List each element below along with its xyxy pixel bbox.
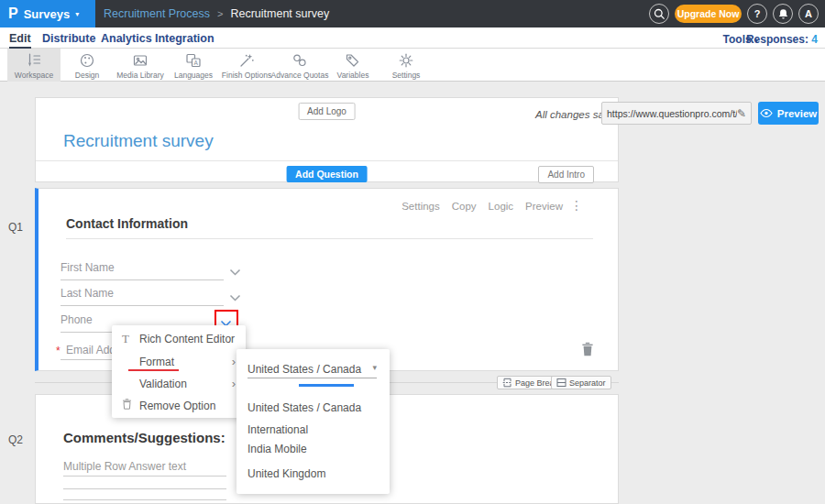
menu-item-rich-content-editor[interactable]: T Rich Content Editor (112, 327, 246, 350)
workspace-icon (25, 51, 43, 70)
responses-count: 4 (811, 33, 818, 46)
section-tabs: Edit Distribute Analytics Integration To… (0, 27, 825, 49)
question1-title[interactable]: Contact Information (66, 216, 188, 231)
row-options-button[interactable] (229, 264, 241, 280)
avatar: A (805, 8, 812, 19)
translate-icon: A (184, 51, 203, 70)
submenu-arrow-icon: › (232, 357, 236, 367)
breadcrumb-separator: > (217, 8, 223, 19)
toolbar-items: Workspace Design Media Library A (7, 49, 433, 82)
magic-wand-icon (237, 51, 256, 70)
search-icon (654, 8, 666, 20)
toolbar-item-settings[interactable]: Settings (380, 49, 433, 82)
breadcrumb-parent-link[interactable]: Recruitment Process (104, 7, 210, 20)
toolbar-item-languages[interactable]: A Languages (167, 49, 220, 82)
row-options-button[interactable] (229, 290, 241, 306)
format-option-us-canada[interactable]: United States / Canada (248, 401, 361, 414)
format-option-india-mobile[interactable]: India Mobile (248, 443, 307, 455)
delete-question-button[interactable] (581, 342, 594, 360)
multirow-answer-placeholder: Multiple Row Answer text (63, 460, 186, 473)
tab-integration[interactable]: Integration (155, 32, 214, 47)
add-question-button[interactable]: Add Question (286, 166, 368, 182)
question1-number: Q1 (8, 221, 23, 234)
account-button[interactable]: A (798, 4, 819, 24)
tag-icon (344, 51, 362, 70)
toolbar-item-design[interactable]: Design (60, 49, 114, 82)
tab-analytics[interactable]: Analytics (101, 32, 152, 47)
answer-line[interactable] (63, 488, 226, 489)
breadcrumb-current: Recruitment survey (230, 7, 329, 20)
format-select[interactable]: United States / Canada ▾ (248, 360, 377, 378)
toolbar-item-workspace[interactable]: Workspace (7, 49, 60, 82)
caret-down-icon: ▾ (75, 10, 79, 18)
responses-link[interactable]: Responses: 4 (746, 33, 818, 46)
search-button[interactable] (649, 4, 669, 24)
gear-icon (397, 51, 415, 70)
add-intro-button[interactable]: Add Intro (538, 166, 594, 183)
toolbar-item-finish-options[interactable]: Finish Options (220, 49, 273, 82)
upgrade-now-button[interactable]: Upgrade Now (675, 5, 742, 23)
edit-url-icon[interactable]: ✎ (737, 107, 746, 120)
divider (248, 378, 377, 378)
required-marker: * (56, 345, 60, 357)
palette-icon (78, 51, 96, 70)
help-button[interactable]: ? (747, 4, 767, 24)
survey-title[interactable]: Recruitment survey (63, 131, 214, 151)
format-option-united-kingdom[interactable]: United Kingdom (248, 467, 325, 480)
survey-url-input[interactable] (607, 108, 737, 119)
survey-url-field[interactable]: ✎ (601, 102, 752, 125)
separator-button[interactable]: Separator (551, 376, 611, 389)
answer-line[interactable] (63, 499, 226, 500)
notifications-button[interactable] (773, 4, 793, 24)
question1-actions: Settings Copy Logic Preview (402, 201, 563, 212)
menu-item-remove-option[interactable]: Remove Option (112, 394, 246, 417)
breadcrumb: Recruitment Process > Recruitment survey (104, 0, 329, 27)
answer-line[interactable] (60, 279, 224, 280)
top-bar: P Surveys ▾ Recruitment Process > Recrui… (0, 0, 825, 27)
menu-item-validation[interactable]: Validation › (112, 372, 246, 395)
question-preview-link[interactable]: Preview (525, 201, 563, 212)
highlight-red-underline (128, 369, 179, 371)
divider (36, 160, 618, 161)
question-settings-link[interactable]: Settings (402, 201, 440, 212)
tab-edit[interactable]: Edit (9, 32, 31, 49)
question-logic-link[interactable]: Logic (489, 201, 514, 212)
toolbar-item-advance-quotas[interactable]: Advance Quotas (273, 49, 326, 82)
product-menu-label: Surveys (24, 7, 71, 21)
add-logo-button[interactable]: Add Logo (298, 103, 356, 120)
tab-distribute[interactable]: Distribute (42, 32, 95, 47)
toolbar-item-media-library[interactable]: Media Library (114, 49, 167, 82)
preview-button[interactable]: Preview (758, 102, 819, 125)
survey-header-card: Add Logo Recruitment survey Add Question… (35, 97, 619, 182)
eye-icon (760, 108, 773, 118)
question2-title[interactable]: Comments/Suggestions: (63, 430, 226, 445)
toolbar-item-variables[interactable]: Variables (326, 49, 380, 82)
question2-number: Q2 (8, 433, 23, 446)
product-menu[interactable]: P Surveys ▾ (0, 0, 95, 27)
chevron-down-icon (229, 294, 241, 302)
format-selected-value: United States / Canada (248, 363, 361, 376)
help-icon: ? (754, 8, 761, 19)
submenu-arrow-icon: › (232, 379, 236, 389)
questionpro-survey-editor: P Surveys ▾ Recruitment Process > Recrui… (0, 0, 825, 504)
page-break-icon (502, 378, 512, 388)
separator-icon (556, 378, 566, 388)
questionpro-logo: P (8, 5, 18, 22)
chevron-down-icon (229, 268, 241, 277)
editor-toolbar: Workspace Design Media Library A (0, 49, 825, 82)
image-icon (131, 51, 149, 70)
answer-line[interactable] (60, 359, 119, 360)
format-option-international[interactable]: International (248, 423, 308, 436)
question-copy-link[interactable]: Copy (452, 201, 477, 212)
answer-line[interactable] (60, 305, 224, 306)
svg-text:A: A (194, 59, 199, 65)
answer-line[interactable] (63, 476, 226, 477)
trash-icon (122, 399, 132, 410)
trash-icon (581, 342, 594, 356)
format-submenu: United States / Canada ▾ United States /… (236, 349, 390, 494)
scroll-indicator (299, 384, 354, 387)
more-options-icon[interactable]: ⋮ (570, 198, 583, 213)
divider (66, 238, 593, 239)
bell-icon (777, 8, 789, 20)
caret-down-icon: ▾ (372, 363, 377, 372)
